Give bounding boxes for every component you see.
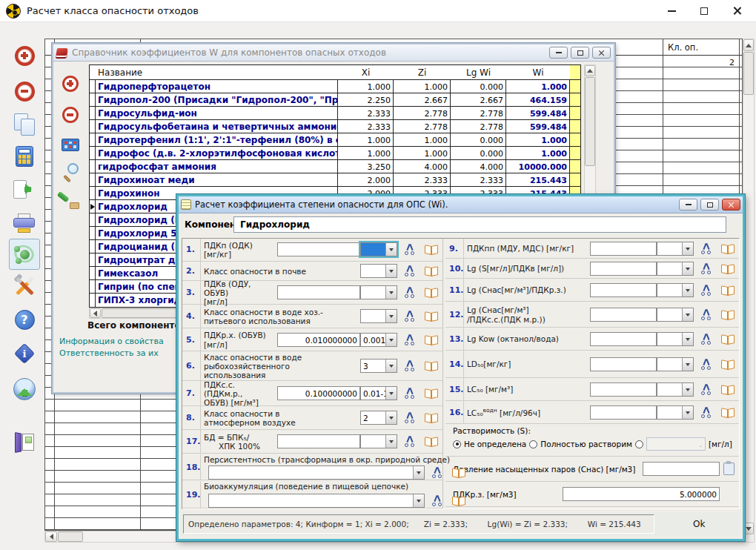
ref-minimize-button[interactable] [549, 47, 568, 59]
flag-cell[interactable] [570, 173, 580, 186]
param-input[interactable] [277, 242, 360, 256]
maximize-button[interactable] [688, 1, 720, 21]
flag-cell[interactable] [570, 160, 580, 173]
param-input[interactable] [590, 242, 657, 256]
help-button[interactable]: ? [9, 304, 40, 335]
export-button[interactable] [9, 175, 40, 206]
book-icon[interactable] [425, 288, 438, 297]
book-icon[interactable] [452, 496, 465, 506]
table-scroll-up-button[interactable] [585, 65, 595, 76]
param-input[interactable] [590, 262, 657, 276]
param-input[interactable] [590, 357, 657, 371]
paste-icon[interactable] [723, 463, 735, 475]
book-icon[interactable] [425, 361, 438, 371]
param-combo[interactable] [657, 242, 694, 256]
scissors-icon[interactable] [405, 265, 414, 276]
scissors-icon[interactable] [405, 388, 414, 399]
param-combo[interactable] [208, 465, 425, 480]
column-header-1[interactable]: Xi [338, 65, 394, 79]
ref-add-button[interactable] [58, 71, 83, 96]
param-combo[interactable] [657, 283, 694, 297]
calculator-button[interactable] [9, 141, 40, 172]
combo-dropdown-button[interactable] [385, 310, 397, 322]
combo-dropdown-button[interactable] [385, 334, 397, 346]
scissors-icon[interactable] [701, 309, 711, 320]
combo-dropdown-button[interactable] [682, 262, 693, 275]
exit-button[interactable] [9, 427, 40, 458]
close-button[interactable] [720, 1, 753, 21]
combo-dropdown-button[interactable] [413, 466, 424, 479]
book-icon[interactable] [721, 334, 735, 344]
scissors-icon[interactable] [701, 243, 711, 254]
print-button[interactable] [9, 208, 40, 239]
scissors-icon[interactable] [405, 334, 414, 345]
combo-dropdown-button[interactable] [682, 406, 693, 419]
combo-dropdown-button[interactable] [385, 435, 397, 448]
table-scroll-left-button[interactable] [90, 308, 101, 318]
component-field[interactable]: Гидрохлорид [233, 216, 726, 233]
scissors-icon[interactable] [432, 495, 442, 506]
book-icon[interactable] [452, 468, 465, 477]
param-combo[interactable] [657, 405, 694, 420]
scissors-icon[interactable] [701, 359, 711, 370]
column-header-3[interactable]: Lg Wi [451, 65, 506, 79]
book-icon[interactable] [425, 437, 438, 446]
info-button[interactable]: i [9, 338, 40, 369]
minimize-button[interactable] [655, 1, 688, 21]
combo-dropdown-button[interactable] [385, 360, 397, 372]
combo-dropdown-button[interactable] [385, 286, 397, 299]
scissors-icon[interactable] [701, 334, 711, 345]
combo-dropdown-button[interactable] [682, 358, 693, 371]
add-button[interactable] [9, 40, 40, 71]
scissors-icon[interactable] [405, 311, 414, 322]
book-icon[interactable] [721, 385, 735, 394]
param-combo[interactable] [360, 285, 397, 299]
scroll-left-button[interactable] [45, 531, 57, 542]
pressure-input[interactable] [643, 462, 720, 476]
param-input[interactable] [277, 434, 360, 448]
table-row[interactable]: Гидрохиноат меди2.0002.3332.333215.443 [90, 173, 580, 187]
param-input[interactable] [590, 405, 657, 420]
dialog-close-button[interactable] [722, 199, 740, 211]
param-input[interactable] [590, 308, 657, 322]
horizontal-scroll-thumb[interactable] [58, 531, 83, 542]
ref-close-button[interactable] [592, 47, 611, 59]
table-row[interactable]: Гидросульфобетаина и четвертичных аммони… [90, 120, 580, 133]
radio-not-defined[interactable] [453, 440, 461, 448]
scroll-up-button[interactable] [743, 39, 754, 51]
scissors-icon[interactable] [405, 287, 414, 298]
flag-cell[interactable] [570, 80, 580, 93]
dialog-maximize-button[interactable] [700, 199, 719, 211]
combo-dropdown-button[interactable] [385, 387, 397, 400]
column-header-2[interactable]: Zi [394, 65, 451, 79]
param-combo[interactable] [657, 382, 694, 397]
param-combo[interactable] [360, 264, 397, 278]
update-button[interactable] [9, 374, 40, 405]
copy-button[interactable] [9, 108, 40, 139]
scissors-icon[interactable] [701, 407, 711, 418]
param-combo[interactable]: 3 [360, 359, 397, 373]
table-row[interactable]: гидрофосфат аммония3.2504.0004.00010000.… [90, 160, 580, 173]
scissors-icon[interactable] [405, 360, 414, 371]
book-icon[interactable] [425, 245, 438, 254]
flag-cell[interactable] [570, 133, 580, 146]
scissors-icon[interactable] [405, 436, 414, 447]
scissors-icon[interactable] [432, 467, 442, 478]
book-icon[interactable] [425, 388, 438, 398]
combo-dropdown-button[interactable] [682, 242, 693, 255]
ref-search-button[interactable] [58, 160, 83, 185]
remove-button[interactable] [9, 76, 40, 107]
vertical-scroll-thumb[interactable] [743, 52, 754, 95]
table-row[interactable]: Гидрофос (д.в. 2-хлорэтилфосфоновая кисл… [90, 147, 580, 160]
table-row[interactable]: Гидропол-200 (Присадки "Гидропол-200", "… [90, 93, 580, 107]
param-input[interactable] [590, 283, 657, 297]
scissors-icon[interactable] [701, 384, 711, 395]
tools-button[interactable] [9, 271, 40, 302]
param-input[interactable] [590, 332, 657, 346]
ref-calculator-button[interactable] [58, 132, 83, 157]
book-icon[interactable] [721, 244, 735, 254]
radio-custom-value[interactable] [635, 440, 643, 448]
book-icon[interactable] [425, 266, 438, 276]
pdkrz-input[interactable]: 5.000000 [563, 487, 720, 501]
ref-maximize-button[interactable] [571, 47, 589, 59]
